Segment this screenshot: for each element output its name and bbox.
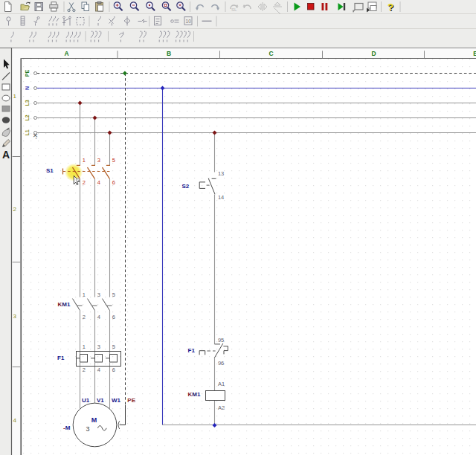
svg-text:1: 1 bbox=[83, 291, 86, 298]
svg-text:2: 2 bbox=[83, 367, 86, 373]
svg-text:4: 4 bbox=[97, 367, 100, 373]
svg-text:W1: W1 bbox=[112, 397, 121, 404]
svg-text:10: 10 bbox=[186, 19, 192, 24]
svg-text:1: 1 bbox=[13, 93, 17, 100]
svg-text:KM1: KM1 bbox=[188, 391, 201, 398]
svg-text:SL: SL bbox=[231, 7, 237, 12]
svg-text:A1: A1 bbox=[218, 381, 225, 387]
svg-text:6: 6 bbox=[112, 367, 115, 373]
svg-text:PE: PE bbox=[127, 397, 135, 404]
svg-text:A2: A2 bbox=[218, 404, 225, 411]
svg-text:96: 96 bbox=[218, 360, 224, 367]
svg-text:4: 4 bbox=[97, 314, 100, 320]
svg-text:3: 3 bbox=[97, 343, 100, 350]
svg-text:E: E bbox=[473, 50, 476, 57]
svg-text:13: 13 bbox=[218, 170, 224, 177]
svg-text:M: M bbox=[91, 416, 97, 424]
svg-text:3: 3 bbox=[86, 425, 89, 433]
svg-text:F1: F1 bbox=[57, 355, 65, 361]
svg-text:KM1: KM1 bbox=[58, 301, 71, 308]
svg-text:B: B bbox=[167, 50, 171, 57]
svg-text:6: 6 bbox=[112, 314, 115, 320]
svg-text:3: 3 bbox=[13, 313, 17, 320]
svg-text:2: 2 bbox=[83, 179, 86, 186]
svg-text:1: 1 bbox=[83, 157, 86, 164]
svg-text:3: 3 bbox=[97, 291, 100, 298]
svg-text:PE: PE bbox=[25, 70, 30, 77]
svg-text:A: A bbox=[2, 149, 10, 161]
svg-text:?: ? bbox=[387, 1, 393, 13]
svg-text:5: 5 bbox=[112, 157, 115, 164]
svg-text:-X: -X bbox=[32, 134, 39, 140]
svg-text:N: N bbox=[25, 86, 30, 90]
svg-text:5: 5 bbox=[112, 291, 115, 298]
svg-text:U1: U1 bbox=[82, 397, 90, 404]
svg-text:6: 6 bbox=[112, 179, 115, 186]
svg-text:4: 4 bbox=[97, 179, 100, 186]
svg-text:2: 2 bbox=[13, 206, 17, 213]
svg-text:L1: L1 bbox=[25, 129, 30, 135]
svg-text:14: 14 bbox=[218, 194, 224, 201]
svg-text:S2: S2 bbox=[182, 183, 190, 190]
svg-text:3: 3 bbox=[97, 157, 100, 164]
svg-text:5: 5 bbox=[112, 343, 115, 350]
svg-text:1: 1 bbox=[83, 343, 86, 350]
svg-text:L3: L3 bbox=[25, 100, 30, 106]
svg-text:-M: -M bbox=[63, 425, 71, 431]
svg-text:L2: L2 bbox=[25, 114, 30, 120]
svg-text:95: 95 bbox=[218, 337, 224, 343]
svg-text:V1: V1 bbox=[97, 397, 104, 404]
svg-text:4: 4 bbox=[13, 417, 17, 424]
svg-text:F1: F1 bbox=[188, 347, 196, 354]
svg-text:D: D bbox=[371, 50, 376, 57]
svg-text:S1: S1 bbox=[46, 167, 54, 174]
svg-text:C: C bbox=[268, 50, 273, 57]
svg-text:2: 2 bbox=[83, 314, 86, 320]
svg-text:A: A bbox=[64, 50, 68, 57]
